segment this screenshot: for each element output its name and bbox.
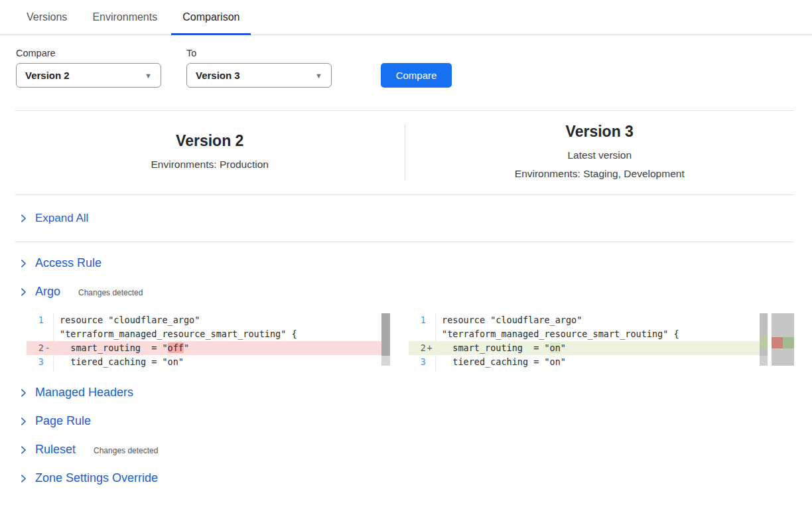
compare-to-label: To (186, 48, 332, 58)
line-number-value (409, 369, 426, 372)
scrollbar[interactable] (381, 313, 390, 366)
line-number (409, 369, 435, 372)
diff-sign (426, 327, 433, 341)
diff-sign (426, 355, 433, 369)
line-number (409, 327, 435, 341)
line-number: 2+ (409, 341, 435, 355)
diff-line: 2- smart_routing = "off" (27, 341, 381, 355)
right-version-latest: Latest version (405, 146, 795, 164)
compare-button[interactable]: Compare (381, 63, 452, 88)
compare-filter-row: Compare Version 2 ▼ To Version 3 ▼ Compa… (0, 35, 812, 88)
sections-list: Access RuleArgoChanges detected1resource… (0, 256, 812, 486)
diff-code-rows: 1resource "cloudflare_argo""terraform_ma… (409, 313, 760, 372)
changes-detected-badge: Changes detected (94, 444, 158, 455)
chevron-right-icon (19, 259, 28, 268)
section-label: Zone Settings Override (35, 471, 158, 485)
scrollbar-thumb[interactable] (760, 313, 768, 356)
left-version-title: Version 2 (15, 132, 405, 150)
line-number-value (409, 327, 426, 341)
diff-pane-right: 1resource "cloudflare_argo""terraform_ma… (409, 313, 794, 372)
diff-pane-left: 1resource "cloudflare_argo""terraform_ma… (27, 313, 390, 372)
comparison-header: Version 2 Environments: Production Versi… (15, 111, 794, 194)
divider (15, 242, 794, 242)
scrollbar[interactable] (760, 313, 768, 366)
section-header-access-rule[interactable]: Access Rule (19, 256, 812, 271)
expand-all-label: Expand All (35, 212, 88, 225)
line-number: 3 (27, 355, 53, 369)
line-number-value: 1 (27, 313, 44, 327)
code-text: "terraform_managed_resource_smart_routin… (435, 327, 760, 341)
diff-sign (44, 369, 51, 372)
diff-line: } (27, 369, 381, 372)
compare-to-select[interactable]: Version 3 ▼ (186, 63, 332, 88)
diff-line: 2+ smart_routing = "on" (409, 341, 760, 355)
diff-sign: + (426, 341, 433, 355)
diff-sign (44, 327, 51, 341)
chevron-right-icon (19, 388, 28, 398)
code-text: "terraform_managed_resource_smart_routin… (53, 327, 381, 341)
line-number: 2- (27, 341, 53, 355)
diff-sign (426, 313, 433, 327)
expand-all-button[interactable]: Expand All (0, 195, 812, 242)
code-text: tiered_caching = "on" (435, 355, 760, 369)
section-header-ruleset[interactable]: RulesetChanges detected (19, 442, 812, 457)
line-number-value: 2 (27, 341, 44, 355)
diff-sign (426, 369, 433, 372)
diff-line: "terraform_managed_resource_smart_routin… (27, 327, 381, 341)
diff-line: 1resource "cloudflare_argo" (27, 313, 381, 327)
section-label: Argo (35, 285, 60, 299)
section-header-managed-headers[interactable]: Managed Headers (19, 385, 812, 400)
code-text: resource "cloudflare_argo" (53, 313, 381, 327)
diff-sign (44, 355, 51, 369)
right-version-title: Version 3 (405, 123, 795, 141)
tab-versions[interactable]: Versions (15, 0, 78, 35)
section-header-page-rule[interactable]: Page Rule (19, 413, 812, 429)
overview-added-marker (783, 337, 794, 348)
section-header-zone-settings-override[interactable]: Zone Settings Override (19, 471, 812, 486)
diff-line: 3 tiered_caching = "on" (409, 355, 760, 369)
left-version-environments: Environments: Production (15, 155, 405, 173)
code-text: smart_routing = "on" (435, 341, 760, 355)
tab-comparison[interactable]: Comparison (171, 0, 251, 35)
section-label: Ruleset (35, 443, 76, 457)
diff-viewer: 1resource "cloudflare_argo""terraform_ma… (27, 313, 812, 372)
inline-diff-highlight: off (168, 342, 184, 353)
code-text: tiered_caching = "on" (53, 355, 381, 369)
chevron-right-icon (19, 287, 28, 297)
line-number: 3 (409, 355, 435, 369)
diff-line: "terraform_managed_resource_smart_routin… (409, 327, 760, 341)
section-header-argo[interactable]: ArgoChanges detected (19, 284, 812, 299)
line-number: 1 (27, 313, 53, 327)
chevron-down-icon: ▼ (315, 72, 322, 80)
chevron-right-icon (19, 417, 28, 426)
line-number-value: 3 (27, 355, 44, 369)
tab-environments[interactable]: Environments (81, 0, 169, 35)
line-number-value (27, 327, 44, 341)
diff-line: } (409, 369, 760, 372)
compare-to-field: To Version 3 ▼ (186, 48, 332, 88)
line-number (27, 369, 53, 372)
compare-from-select[interactable]: Version 2 ▼ (16, 63, 161, 88)
compare-to-value: Version 3 (196, 70, 240, 81)
diff-line: 3 tiered_caching = "on" (27, 355, 381, 369)
line-number-value (27, 369, 44, 372)
code-text: smart_routing = "off" (53, 341, 381, 355)
changes-detected-badge: Changes detected (78, 286, 143, 297)
chevron-right-icon (19, 445, 28, 455)
scrollbar-added-marker (760, 336, 768, 349)
code-text: } (53, 369, 381, 372)
line-number: 1 (409, 313, 435, 327)
chevron-right-icon (19, 214, 28, 223)
line-number-value: 2 (409, 341, 426, 355)
inline-diff-highlight: on (550, 342, 561, 353)
code-text: resource "cloudflare_argo" (435, 313, 760, 327)
diff-line: 1resource "cloudflare_argo" (409, 313, 760, 327)
diff-sign (44, 313, 51, 327)
compare-from-value: Version 2 (25, 70, 70, 81)
compare-from-field: Compare Version 2 ▼ (16, 48, 161, 88)
scrollbar-thumb[interactable] (381, 313, 390, 356)
diff-overview-ruler (772, 313, 794, 366)
code-text: } (435, 369, 760, 372)
line-number-value: 3 (409, 355, 426, 369)
tab-bar: VersionsEnvironmentsComparison (0, 0, 812, 35)
